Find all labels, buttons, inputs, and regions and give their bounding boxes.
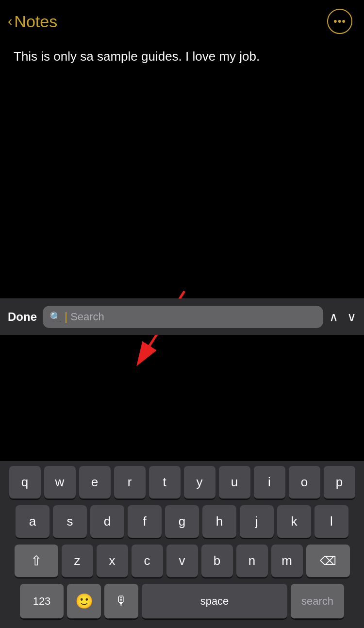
key-l[interactable]: l (314, 505, 348, 538)
search-label: search (301, 595, 333, 608)
key-w[interactable]: w (44, 466, 76, 499)
note-content-area[interactable]: This is only sa sample guides. I love my… (0, 39, 364, 74)
key-j[interactable]: j (240, 505, 274, 538)
search-icon: 🔍 (50, 311, 62, 323)
back-label: Notes (14, 12, 57, 31)
key-f[interactable]: f (128, 505, 162, 538)
find-previous-button[interactable]: ∧ (329, 310, 338, 325)
key-x[interactable]: x (97, 545, 128, 578)
delete-key[interactable]: ⌫ (306, 545, 350, 578)
delete-icon: ⌫ (320, 554, 336, 568)
key-o[interactable]: o (289, 466, 320, 499)
header: ‹ Notes ••• (0, 0, 364, 39)
key-c[interactable]: c (132, 545, 163, 578)
find-bar: Done 🔍 Search ∧ ∨ (0, 298, 364, 335)
keyboard-row-bottom: 123 🙂 🎙 space search (2, 584, 362, 619)
search-placeholder: Search (70, 311, 104, 323)
note-text: This is only sa sample guides. I love my… (14, 48, 350, 65)
mic-icon: 🎙 (115, 594, 128, 609)
key-v[interactable]: v (166, 545, 198, 578)
find-nav-arrows: ∧ ∨ (329, 310, 356, 325)
key-p[interactable]: p (324, 466, 355, 499)
keyboard: q w e r t y u i o p a s d f g h j k l ⇧ … (0, 461, 364, 628)
done-button[interactable]: Done (8, 310, 37, 324)
key-i[interactable]: i (254, 466, 285, 499)
key-s[interactable]: s (53, 505, 87, 538)
more-dots-icon: ••• (333, 16, 346, 27)
keyboard-row-3: ⇧ z x c v b n m ⌫ (2, 545, 362, 578)
key-u[interactable]: u (219, 466, 250, 499)
back-button[interactable]: ‹ Notes (8, 12, 57, 31)
key-g[interactable]: g (165, 505, 199, 538)
key-n[interactable]: n (236, 545, 268, 578)
key-q[interactable]: q (9, 466, 41, 499)
space-label: space (200, 595, 229, 608)
key-b[interactable]: b (201, 545, 233, 578)
key-z[interactable]: z (62, 545, 93, 578)
emoji-icon: 🙂 (75, 593, 93, 610)
key-t[interactable]: t (149, 466, 181, 499)
search-key[interactable]: search (291, 584, 344, 619)
search-box[interactable]: 🔍 Search (43, 306, 323, 328)
keyboard-row-1: q w e r t y u i o p (2, 466, 362, 499)
shift-icon: ⇧ (31, 553, 42, 569)
key-e[interactable]: e (79, 466, 111, 499)
back-chevron-icon: ‹ (8, 15, 12, 28)
key-d[interactable]: d (90, 505, 124, 538)
find-next-button[interactable]: ∨ (347, 310, 356, 325)
key-m[interactable]: m (271, 545, 303, 578)
keyboard-row-2: a s d f g h j k l (2, 505, 362, 538)
text-cursor (66, 312, 66, 323)
key-k[interactable]: k (277, 505, 311, 538)
search-input[interactable]: Search (66, 311, 316, 323)
key-y[interactable]: y (184, 466, 215, 499)
key-r[interactable]: r (114, 466, 146, 499)
key-h[interactable]: h (202, 505, 236, 538)
space-key[interactable]: space (142, 584, 287, 619)
key-a[interactable]: a (16, 505, 50, 538)
numbers-label: 123 (33, 595, 51, 608)
shift-key[interactable]: ⇧ (15, 545, 58, 578)
more-button[interactable]: ••• (327, 9, 352, 34)
mic-key[interactable]: 🎙 (104, 584, 138, 619)
emoji-key[interactable]: 🙂 (67, 584, 101, 619)
numbers-key[interactable]: 123 (20, 584, 64, 619)
